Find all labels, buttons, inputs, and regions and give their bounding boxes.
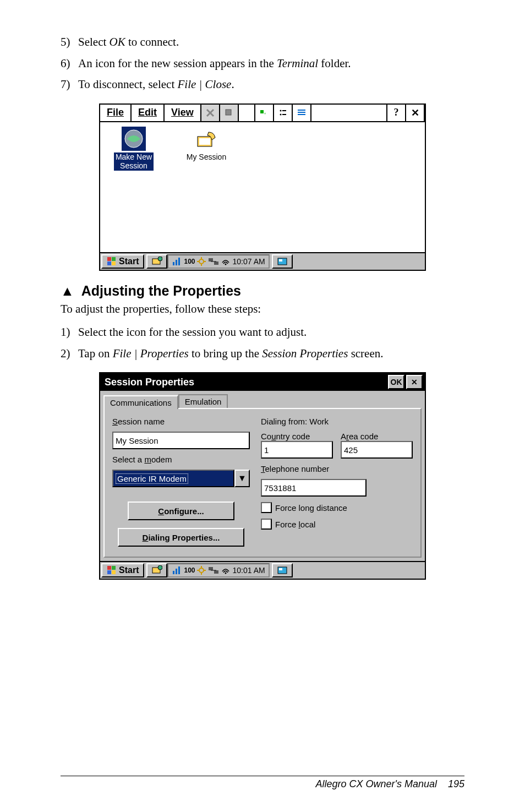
force-long-distance-checkbox[interactable]: Force long distance bbox=[261, 502, 413, 513]
step-7: 7)To disconnect, select File | Close. bbox=[61, 75, 464, 94]
svg-rect-14 bbox=[107, 257, 111, 261]
show-desktop-button[interactable] bbox=[272, 254, 293, 269]
network-icon bbox=[208, 566, 219, 575]
svg-rect-1 bbox=[260, 110, 264, 113]
svg-rect-42 bbox=[178, 566, 180, 574]
svg-rect-7 bbox=[298, 110, 305, 111]
start-button[interactable]: Start bbox=[101, 254, 144, 269]
svg-rect-6 bbox=[282, 114, 286, 115]
svg-rect-49 bbox=[214, 570, 218, 574]
svg-rect-20 bbox=[173, 262, 174, 265]
icon-label: Make NewSession bbox=[114, 152, 154, 171]
clock: 10:07 AM bbox=[232, 257, 265, 266]
help-button[interactable]: ? bbox=[387, 105, 406, 121]
step-5: 5)Select OK to connect. bbox=[61, 33, 464, 51]
svg-point-43 bbox=[199, 568, 204, 573]
svg-rect-41 bbox=[176, 569, 177, 574]
tab-emulation[interactable]: Emulation bbox=[178, 394, 228, 408]
svg-rect-17 bbox=[112, 261, 116, 265]
modem-select[interactable]: Generic IR Modem ▼ bbox=[112, 470, 250, 487]
system-tray: 100 10:01 AM bbox=[167, 563, 269, 577]
menu-edit[interactable]: Edit bbox=[132, 105, 165, 121]
chevron-down-icon[interactable]: ▼ bbox=[234, 470, 250, 487]
small-icons-icon[interactable] bbox=[274, 105, 293, 121]
terminal-taskbar-button[interactable] bbox=[146, 563, 167, 577]
session-name-label: Session name bbox=[112, 417, 250, 426]
menu-view[interactable]: View bbox=[165, 105, 201, 121]
steps-b: 1)Select the icon for the session you wa… bbox=[61, 323, 464, 362]
intro-text: To adjust the properties, follow these s… bbox=[61, 300, 464, 318]
area-code-input[interactable]: 425 bbox=[341, 441, 413, 459]
session-name-input[interactable]: My Session bbox=[112, 432, 250, 449]
telephone-label: Telephone number bbox=[261, 464, 413, 473]
page-footer: Allegro CX Owner's Manual 195 bbox=[61, 776, 464, 790]
signal-icon bbox=[172, 565, 182, 575]
windows-logo-icon bbox=[107, 257, 117, 266]
system-tray: 100 10:07 AM bbox=[167, 254, 269, 269]
sun-icon bbox=[197, 566, 206, 575]
svg-rect-9 bbox=[298, 114, 305, 115]
force-local-checkbox[interactable]: Force local bbox=[261, 519, 413, 530]
svg-text:▫: ▫ bbox=[264, 111, 266, 116]
cut-icon[interactable] bbox=[201, 105, 220, 121]
steps-a: 5)Select OK to connect. 6)An icon for th… bbox=[61, 33, 464, 94]
my-session-icon[interactable]: My Session bbox=[176, 127, 237, 162]
copy-icon[interactable] bbox=[220, 105, 239, 121]
tab-communications[interactable]: Communications bbox=[103, 395, 178, 409]
taskbar: Start 100 10:01 AM bbox=[100, 561, 425, 579]
svg-rect-21 bbox=[176, 260, 177, 265]
taskbar: Start 100 10:07 AM bbox=[100, 252, 425, 270]
step-2: 2)Tap on File | Properties to bring up t… bbox=[61, 345, 464, 363]
svg-point-39 bbox=[158, 565, 162, 570]
large-icons-icon[interactable]: ▫ bbox=[255, 105, 274, 121]
svg-rect-48 bbox=[209, 567, 213, 570]
svg-rect-8 bbox=[298, 112, 305, 113]
icon-label: My Session bbox=[187, 152, 226, 162]
select-modem-label: Select a modem bbox=[112, 455, 250, 464]
svg-point-4 bbox=[280, 113, 281, 115]
country-code-label: Country code bbox=[261, 432, 333, 441]
step-6: 6)An icon for the new session appears in… bbox=[61, 55, 464, 73]
svg-rect-34 bbox=[107, 566, 111, 570]
clock: 10:01 AM bbox=[232, 566, 265, 575]
session-properties-screenshot: Session Properties OK ✕ Communications E… bbox=[100, 373, 425, 579]
svg-rect-35 bbox=[112, 566, 116, 570]
svg-point-23 bbox=[199, 259, 204, 264]
svg-rect-53 bbox=[279, 568, 282, 570]
sun-icon bbox=[197, 257, 206, 266]
svg-rect-40 bbox=[173, 571, 174, 574]
country-code-input[interactable]: 1 bbox=[261, 441, 333, 459]
svg-rect-16 bbox=[107, 261, 111, 265]
svg-rect-28 bbox=[209, 258, 213, 261]
menubar: File Edit View ▫ ? ✕ bbox=[100, 105, 425, 122]
svg-point-19 bbox=[158, 257, 162, 261]
svg-rect-33 bbox=[279, 259, 282, 261]
wifi-icon bbox=[221, 257, 230, 266]
terminal-screenshot: File Edit View ▫ ? ✕ Make NewSession bbox=[100, 105, 425, 270]
terminal-taskbar-button[interactable] bbox=[146, 254, 167, 269]
wifi-icon bbox=[221, 566, 230, 575]
signal-icon bbox=[172, 257, 182, 266]
dialing-properties-button[interactable]: Dialing Properties... bbox=[118, 528, 244, 547]
battery-level: 100 bbox=[184, 258, 195, 265]
svg-rect-37 bbox=[112, 570, 116, 574]
close-button[interactable]: ✕ bbox=[406, 105, 425, 121]
svg-rect-29 bbox=[214, 261, 218, 265]
titlebar: Session Properties OK ✕ bbox=[100, 373, 425, 391]
show-desktop-button[interactable] bbox=[272, 563, 293, 577]
ok-button[interactable]: OK bbox=[388, 375, 404, 389]
menu-file[interactable]: File bbox=[100, 105, 132, 121]
details-icon[interactable] bbox=[293, 105, 311, 121]
telephone-input[interactable]: 7531881 bbox=[261, 479, 367, 497]
dialing-from-label: Dialing from: Work bbox=[261, 417, 413, 426]
close-button[interactable]: ✕ bbox=[406, 375, 423, 389]
configure-button[interactable]: Configure... bbox=[128, 502, 234, 520]
make-new-session-icon[interactable]: Make NewSession bbox=[103, 127, 164, 171]
svg-rect-15 bbox=[112, 257, 116, 261]
dialog-title: Session Properties bbox=[105, 377, 194, 388]
start-button[interactable]: Start bbox=[101, 563, 144, 577]
windows-logo-icon bbox=[107, 565, 117, 575]
svg-point-31 bbox=[225, 263, 227, 265]
svg-rect-22 bbox=[178, 258, 180, 265]
svg-rect-13 bbox=[199, 138, 210, 145]
